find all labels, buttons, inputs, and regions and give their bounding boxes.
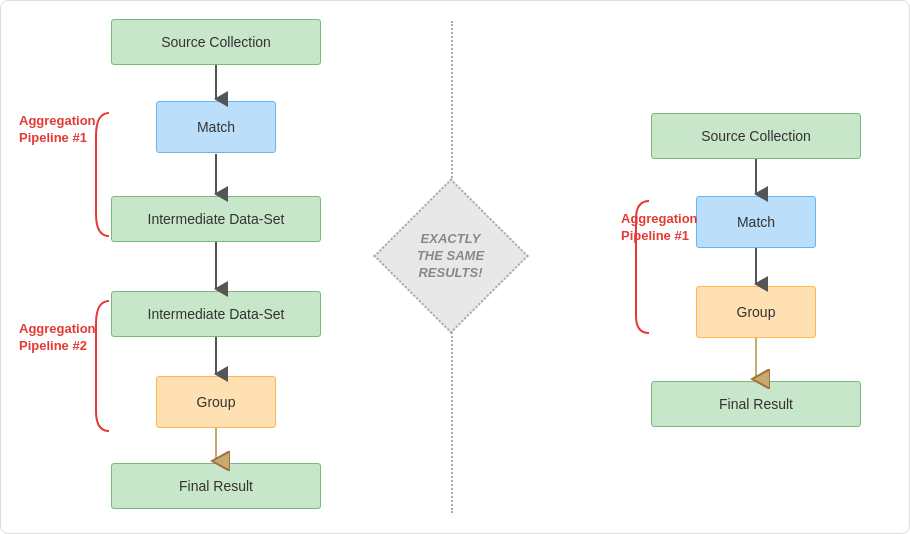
- left-group-box: Group: [156, 376, 276, 428]
- left-final-result: Final Result: [111, 463, 321, 509]
- diamond-text: EXACTLY THE SAME RESULTS!: [417, 231, 484, 282]
- diagram-container: Source Collection Match Intermediate Dat…: [0, 0, 910, 534]
- center-diamond: EXACTLY THE SAME RESULTS!: [391, 196, 511, 316]
- left-source-collection: Source Collection: [111, 19, 321, 65]
- left-match-box: Match: [156, 101, 276, 153]
- left-intermediate2: Intermediate Data-Set: [111, 291, 321, 337]
- right-group-box: Group: [696, 286, 816, 338]
- left-pipeline1-label: Aggregation Pipeline #1: [19, 113, 96, 147]
- right-source-collection: Source Collection: [651, 113, 861, 159]
- right-pipeline1-label: Aggregation Pipeline #1: [621, 211, 698, 245]
- right-final-result: Final Result: [651, 381, 861, 427]
- left-intermediate1: Intermediate Data-Set: [111, 196, 321, 242]
- left-pipeline2-label: Aggregation Pipeline #2: [19, 321, 96, 355]
- right-match-box: Match: [696, 196, 816, 248]
